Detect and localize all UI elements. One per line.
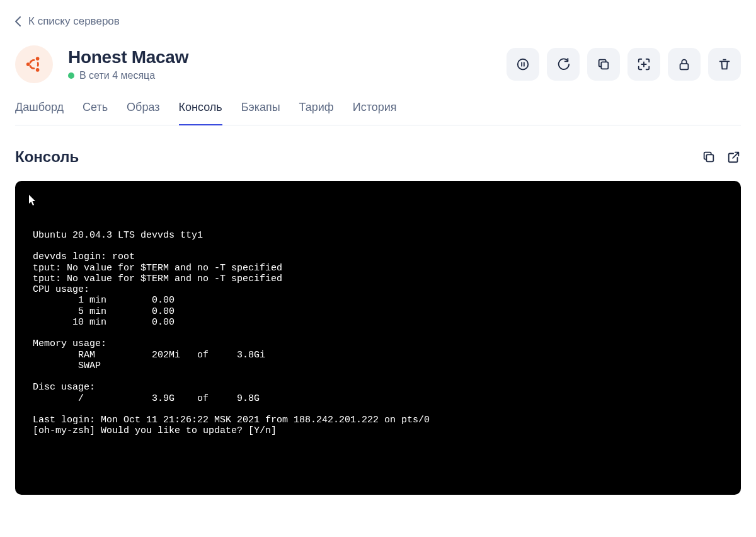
server-os-avatar [15,45,53,83]
console-section-header: Консоль [15,148,741,166]
pause-button[interactable] [507,48,539,81]
tab-network[interactable]: Сеть [83,101,108,125]
lock-icon [677,57,691,71]
svg-rect-6 [706,154,713,161]
tabs: Дашборд Сеть Образ Консоль Бэкапы Тариф … [15,101,741,125]
open-external-button[interactable] [727,150,741,164]
svg-point-2 [36,68,40,72]
server-name: Honest Macaw [68,47,188,67]
status-dot-icon [68,72,74,79]
pause-icon [516,57,530,71]
tab-image[interactable]: Образ [127,101,159,125]
server-header: Honest Macaw В сети 4 месяца [15,45,741,83]
copy-icon [702,150,716,164]
copy-output-button[interactable] [702,150,716,164]
section-actions [702,150,741,164]
back-link-label: К списку серверов [28,15,120,28]
delete-button[interactable] [708,48,741,81]
back-to-servers-link[interactable]: К списку серверов [15,15,120,28]
external-link-icon [727,150,741,164]
svg-rect-4 [601,62,608,69]
tab-console[interactable]: Консоль [179,101,222,125]
server-status: В сети 4 месяца [68,70,188,81]
chevron-left-icon [15,16,21,26]
mouse-cursor-icon [29,195,37,206]
restart-button[interactable] [547,48,580,81]
svg-point-1 [36,57,40,61]
clone-button[interactable] [587,48,620,81]
server-title-block: Honest Macaw В сети 4 месяца [68,47,188,81]
server-actions [507,48,741,81]
trash-icon [718,57,731,71]
svg-point-0 [26,62,30,66]
lock-button[interactable] [668,48,701,81]
tab-backups[interactable]: Бэкапы [241,101,280,125]
terminal[interactable]: Ubuntu 20.04.3 LTS devvds tty1 devvds lo… [15,181,741,495]
server-header-left: Honest Macaw В сети 4 месяца [15,45,188,83]
tab-plan[interactable]: Тариф [299,101,334,125]
scan-icon [637,57,651,71]
svg-point-3 [518,59,529,70]
rescue-button[interactable] [627,48,660,81]
refresh-icon [556,57,570,71]
server-status-text: В сети 4 месяца [79,70,155,81]
terminal-output: Ubuntu 20.04.3 LTS devvds tty1 devvds lo… [33,230,723,437]
tab-history[interactable]: История [353,101,397,125]
tab-dashboard[interactable]: Дашборд [15,101,64,125]
ubuntu-icon [25,55,43,74]
svg-rect-5 [680,64,689,69]
section-title: Консоль [15,148,79,166]
copy-icon [597,57,610,71]
